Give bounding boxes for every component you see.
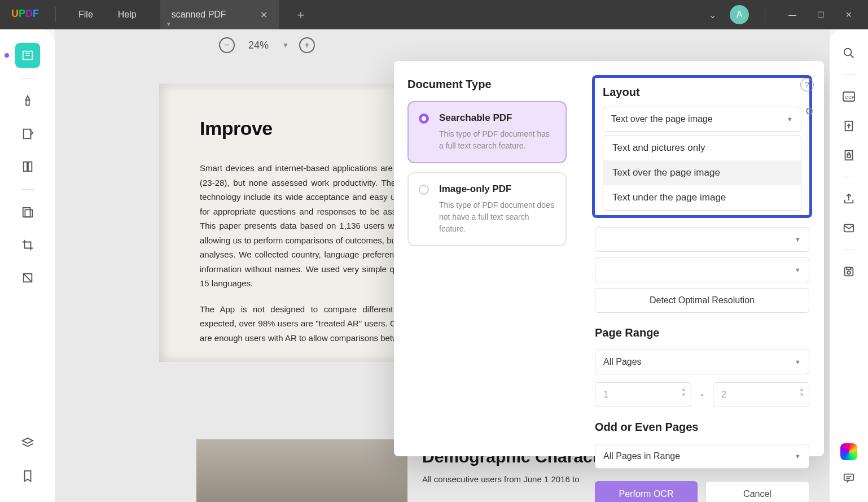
searchable-pdf-option[interactable]: Searchable PDF This type of PDF document… (407, 101, 567, 163)
image-only-pdf-option[interactable]: Image-only PDF This type of PDF document… (407, 172, 567, 246)
cancel-button[interactable]: Cancel (705, 481, 809, 502)
option-desc: This type of PDF document does not have … (439, 199, 554, 235)
svg-rect-17 (847, 155, 851, 158)
convert-icon[interactable] (839, 116, 859, 136)
crop-tool-icon[interactable] (15, 233, 40, 257)
ocr-icon[interactable]: OCR (839, 86, 859, 107)
svg-rect-3 (26, 100, 29, 105)
layout-label: Layout (603, 86, 801, 99)
layout-option-text-over[interactable]: Text over the page image (603, 160, 801, 185)
layout-dropdown: Text and pictures only Text over the pag… (603, 135, 801, 211)
edit-tool-icon[interactable] (15, 121, 40, 146)
tab-dropdown-icon[interactable]: ▼ (166, 21, 172, 27)
ocr-panel: Document Type Searchable PDF This type o… (394, 61, 824, 456)
svg-rect-22 (844, 474, 854, 481)
zoom-in-button[interactable]: + (299, 37, 315, 53)
svg-point-11 (844, 49, 852, 56)
svg-rect-5 (23, 162, 27, 172)
page-from-input[interactable]: 1 ▲▼ (595, 382, 691, 407)
menu-help[interactable]: Help (106, 10, 149, 20)
layers-icon[interactable] (15, 431, 40, 456)
settings-icon[interactable]: ⚙ (805, 105, 814, 117)
layout-option-text-pictures[interactable]: Text and pictures only (603, 136, 801, 160)
zoom-toolbar: − 24% ▼ + (55, 29, 830, 61)
svg-point-20 (847, 271, 851, 274)
save-icon[interactable] (839, 261, 859, 282)
layout-option-text-under[interactable]: Text under the page image (603, 185, 801, 210)
divider (765, 7, 765, 23)
svg-line-10 (23, 274, 32, 282)
zoom-dropdown-icon[interactable]: ▼ (282, 41, 289, 49)
language-select[interactable]: ▼ (595, 227, 809, 252)
zoom-value: 24% (248, 40, 269, 51)
comment-icon[interactable] (839, 468, 859, 488)
chevron-down-icon: ▼ (795, 267, 801, 273)
separator (843, 75, 855, 75)
stepper-icon[interactable]: ▲▼ (799, 386, 804, 398)
chevron-down-icon: ▼ (787, 116, 793, 123)
svg-line-12 (851, 55, 854, 58)
document-type-label: Document Type (407, 78, 567, 91)
chevron-down-icon: ▼ (795, 453, 801, 460)
odd-even-value: All Pages in Range (603, 451, 680, 461)
page-range-select[interactable]: All Pages ▼ (595, 350, 809, 374)
separator (21, 78, 34, 78)
radio-icon (419, 114, 429, 124)
new-tab-button[interactable]: ＋ (287, 6, 315, 23)
organize-tool-icon[interactable] (15, 200, 40, 225)
perform-ocr-button[interactable]: Perform OCR (595, 481, 698, 502)
option-title: Searchable PDF (439, 112, 554, 124)
option-title: Image-only PDF (439, 184, 554, 195)
bookmark-icon[interactable] (15, 464, 40, 488)
radio-icon (419, 185, 429, 195)
layout-select[interactable]: Text over the page image ▼ (603, 107, 801, 132)
right-toolbar: OCR (830, 29, 868, 502)
resolution-select[interactable]: ▼ (595, 257, 809, 282)
highlighter-tool-icon[interactable] (15, 89, 40, 114)
page-to-input[interactable]: 2 ▲▼ (713, 382, 809, 407)
separator (843, 177, 855, 177)
svg-rect-8 (25, 209, 32, 217)
close-window-button[interactable]: ✕ (838, 3, 860, 26)
layout-highlight: Layout Text over the page image ▼ Text a… (592, 75, 812, 218)
protect-icon[interactable] (839, 145, 859, 165)
email-icon[interactable] (839, 218, 859, 238)
reader-tool-icon[interactable] (15, 43, 40, 68)
app-logo: UPDF (11, 8, 45, 21)
left-toolbar (0, 29, 55, 502)
range-dash: - (700, 389, 704, 401)
separator (21, 189, 34, 190)
odd-even-select[interactable]: All Pages in Range ▼ (595, 444, 809, 469)
maximize-button[interactable]: ☐ (809, 3, 832, 26)
titlebar: UPDF File Help ▼ scanned PDF ✕ ＋ ⌄ A — ☐… (0, 0, 868, 29)
menu-file[interactable]: File (66, 10, 106, 20)
svg-text:OCR: OCR (845, 95, 855, 100)
help-icon[interactable]: ? (800, 78, 814, 91)
layout-selected-value: Text over the page image (611, 114, 713, 124)
chevron-down-icon: ▼ (795, 236, 801, 243)
stepper-icon[interactable]: ▲▼ (681, 386, 686, 398)
zoom-out-button[interactable]: − (219, 37, 235, 53)
svg-rect-6 (28, 162, 31, 172)
document-canvas[interactable]: − 24% ▼ + Improve Smart devices and inte… (55, 29, 830, 502)
page-range-value: All Pages (603, 357, 642, 367)
svg-rect-21 (847, 268, 851, 270)
doc-image (196, 439, 407, 502)
minimize-button[interactable]: — (781, 3, 804, 26)
pages-tool-icon[interactable] (15, 154, 40, 179)
search-icon[interactable] (839, 43, 859, 63)
chevron-down-icon[interactable]: ⌄ (701, 5, 724, 25)
document-tab[interactable]: ▼ scanned PDF ✕ (160, 0, 279, 29)
separator (843, 250, 855, 250)
user-avatar[interactable]: A (730, 5, 749, 24)
svg-rect-7 (23, 208, 30, 217)
odd-even-label: Odd or Even Pages (595, 421, 809, 434)
detect-resolution-button[interactable]: Detect Optimal Resolution (595, 288, 809, 313)
chevron-down-icon: ▼ (795, 359, 801, 365)
ai-assistant-icon[interactable] (840, 443, 857, 460)
share-icon[interactable] (839, 189, 859, 209)
redact-tool-icon[interactable] (15, 265, 40, 290)
indicator-dot (5, 53, 9, 58)
tab-title: scanned PDF (172, 10, 226, 20)
close-icon[interactable]: ✕ (260, 10, 268, 20)
